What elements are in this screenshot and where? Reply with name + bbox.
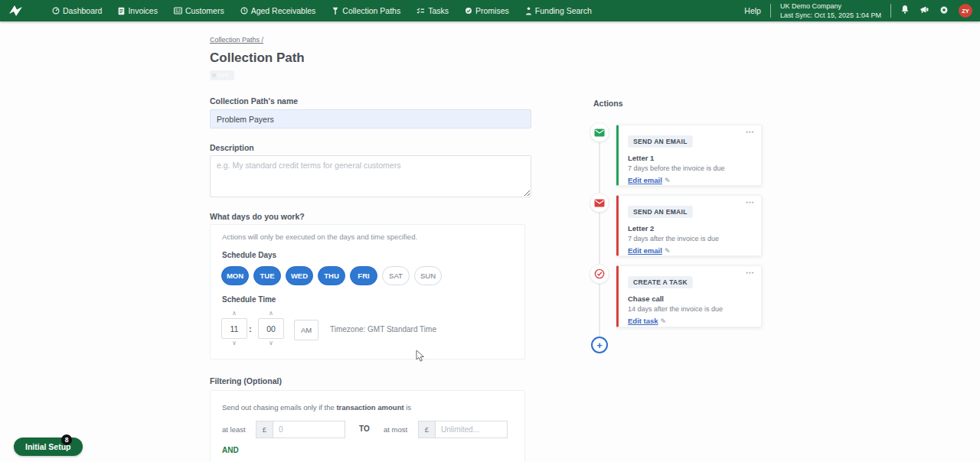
edit-email-link[interactable]: Edit email	[628, 176, 662, 184]
customers-card-icon	[174, 7, 182, 15]
email-action-icon-red	[590, 193, 609, 213]
day-pill-fri[interactable]: FRI	[350, 266, 377, 285]
day-pill-sat[interactable]: SAT	[382, 266, 410, 285]
action-card-chase-call: CREATE A TASK ⋯ Chase call 14 days after…	[616, 265, 762, 327]
company-name: UK Demo Company	[780, 2, 881, 11]
schedule-time-label: Schedule Time	[222, 295, 276, 304]
funding-person-icon	[525, 7, 532, 15]
description-field-label: Description	[210, 143, 254, 152]
status-toggle-badge[interactable]: OFF	[210, 70, 234, 80]
action-card-letter-1: SEND AN EMAIL ⋯ Letter 1 7 days before t…	[616, 125, 762, 186]
minute-stepper: ∧ 00 ∨	[258, 309, 284, 348]
card-menu-icon[interactable]: ⋯	[746, 127, 755, 137]
brand-logo-icon[interactable]	[8, 5, 24, 17]
action-timing: 7 days after the invoice is due	[628, 235, 753, 242]
card-menu-icon[interactable]: ⋯	[746, 268, 755, 278]
pencil-icon: ✎	[665, 177, 671, 184]
action-type-badge: SEND AN EMAIL	[628, 135, 693, 148]
hour-stepper: ∧ 11 ∨	[221, 309, 247, 348]
announcements-megaphone-icon[interactable]	[920, 4, 929, 18]
action-name: Letter 1	[628, 154, 753, 162]
min-amount-input[interactable]	[273, 421, 345, 438]
at-most-label: at most	[384, 425, 407, 434]
day-pill-sun[interactable]: SUN	[414, 266, 442, 285]
filtering-sentence: Send out chasing emails only if the tran…	[222, 403, 411, 412]
description-textarea[interactable]	[210, 155, 531, 197]
initial-setup-button[interactable]: Initial Setup	[14, 438, 83, 456]
schedule-note: Actions will only be executed on the day…	[222, 233, 417, 241]
nav-item-dashboard[interactable]: Dashboard	[52, 6, 102, 15]
action-name: Letter 2	[628, 224, 753, 233]
edit-email-link[interactable]: Edit email	[628, 246, 662, 255]
actions-timeline-line	[599, 134, 600, 345]
user-avatar[interactable]: ZY	[959, 4, 972, 18]
collection-path-name-input[interactable]	[210, 109, 531, 129]
action-type-badge: CREATE A TASK	[628, 276, 693, 288]
day-pill-mon[interactable]: MON	[221, 266, 249, 285]
at-least-label: at least	[222, 425, 246, 434]
actions-column-title: Actions	[593, 99, 623, 108]
to-label: TO	[359, 425, 370, 433]
max-amount-input[interactable]	[435, 421, 508, 438]
task-action-icon	[590, 264, 609, 284]
minute-up-icon[interactable]: ∧	[269, 309, 273, 318]
pencil-icon: ✎	[665, 247, 671, 255]
notifications-bell-icon[interactable]	[900, 4, 910, 18]
action-type-badge: SEND AN EMAIL	[628, 206, 693, 218]
action-card-letter-2: SEND AN EMAIL ⋯ Letter 2 7 days after th…	[616, 195, 762, 256]
nav-item-customers[interactable]: Customers	[174, 6, 224, 15]
filtering-section-title: Filtering (Optional)	[210, 376, 282, 386]
action-name: Chase call	[628, 294, 753, 303]
checklist-icon	[416, 7, 425, 15]
help-link[interactable]: Help	[744, 6, 761, 15]
day-pill-tue[interactable]: TUE	[253, 266, 281, 285]
nav-item-invoices[interactable]: Invoices	[118, 6, 158, 15]
time-separator: :	[249, 324, 252, 333]
max-amount-group: £	[418, 421, 508, 438]
currency-prefix: £	[418, 421, 435, 438]
pencil-icon: ✎	[661, 317, 667, 325]
hour-value[interactable]: 11	[221, 318, 247, 339]
nav-divider	[890, 4, 891, 18]
minute-down-icon[interactable]: ∨	[269, 339, 273, 348]
promise-handshake-icon	[465, 7, 472, 15]
hour-down-icon[interactable]: ∨	[232, 339, 237, 348]
company-info: UK Demo Company Last Sync: Oct 15, 2025 …	[780, 2, 881, 20]
edit-task-link[interactable]: Edit task	[628, 317, 658, 325]
minute-value[interactable]: 00	[258, 318, 284, 339]
invoice-document-icon	[118, 7, 125, 15]
dashboard-icon	[52, 7, 60, 15]
schedule-days-pills: MON TUE WED THU FRI SAT SUN	[221, 266, 442, 285]
nav-item-aged-receivables[interactable]: Aged Receivables	[240, 6, 316, 15]
schedule-card: Actions will only be executed on the day…	[210, 224, 525, 360]
day-pill-thu[interactable]: THU	[318, 266, 345, 285]
pushpin-icon	[332, 7, 339, 15]
settings-gear-icon[interactable]	[939, 4, 949, 18]
action-timing: 14 days after the invoice is due	[628, 305, 753, 313]
add-action-button[interactable]: +	[591, 337, 608, 353]
action-timing: 7 days before the invoice is due	[628, 164, 753, 172]
card-menu-icon[interactable]: ⋯	[746, 197, 755, 207]
nav-item-funding-search[interactable]: Funding Search	[525, 6, 592, 15]
hour-up-icon[interactable]: ∧	[232, 309, 237, 318]
day-pill-wed[interactable]: WED	[286, 266, 313, 285]
name-field-label: Collection Path's name	[210, 96, 298, 106]
min-amount-group: £	[256, 421, 345, 438]
nav-item-collection-paths[interactable]: Collection Paths	[332, 6, 400, 15]
nav-item-tasks[interactable]: Tasks	[416, 6, 449, 15]
nav-item-promises[interactable]: Promises	[465, 6, 509, 15]
currency-prefix: £	[256, 421, 273, 438]
toggle-icon	[212, 73, 216, 77]
and-connector-label: AND	[222, 446, 239, 454]
schedule-days-label: Schedule Days	[222, 251, 276, 259]
filtering-card: Send out chasing emails only if the tran…	[210, 390, 525, 462]
meridiem-toggle[interactable]: AM	[294, 320, 318, 340]
clock-icon	[240, 7, 248, 15]
last-sync-timestamp: Last Sync: Oct 15, 2025 1:04 PM	[780, 11, 881, 20]
schedule-section-title: What days do you work?	[210, 212, 305, 221]
timezone-label: Timezone: GMT Standard Time	[330, 325, 436, 333]
breadcrumb[interactable]: Collection Paths /	[210, 36, 263, 44]
nav-divider	[770, 4, 771, 18]
initial-setup-count-badge: 8	[61, 434, 72, 445]
status-badge-label: OFF	[217, 73, 229, 78]
